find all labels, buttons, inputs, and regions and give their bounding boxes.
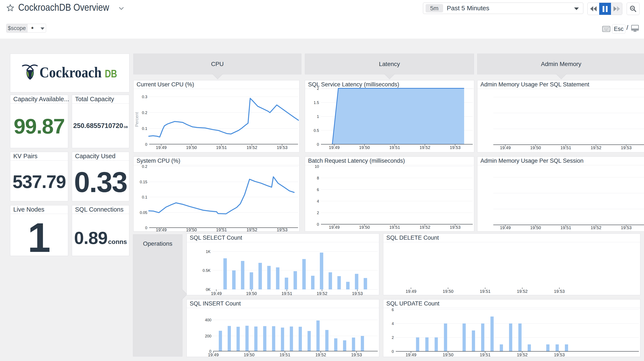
svg-text:0K: 0K — [206, 288, 210, 292]
svg-text:19:50: 19:50 — [244, 352, 254, 357]
svg-text:0.2: 0.2 — [142, 164, 147, 169]
svg-text:19:51: 19:51 — [280, 352, 290, 357]
svg-text:19:50: 19:50 — [359, 225, 370, 230]
svg-text:19:50: 19:50 — [359, 145, 370, 150]
svg-text:19:52: 19:52 — [590, 225, 601, 230]
svg-text:19:49: 19:49 — [500, 145, 511, 150]
svg-text:1.5: 1.5 — [314, 100, 319, 105]
svg-text:19:53: 19:53 — [621, 145, 632, 150]
svg-text:19:49: 19:49 — [406, 289, 416, 294]
svg-text:19:49: 19:49 — [329, 225, 340, 230]
svg-text:19:53: 19:53 — [554, 289, 565, 294]
svg-text:0.05: 0.05 — [140, 210, 147, 215]
svg-text:19:52: 19:52 — [517, 352, 528, 357]
svg-text:0.1: 0.1 — [142, 195, 147, 199]
svg-text:0: 0 — [145, 142, 147, 147]
svg-text:0.5: 0.5 — [314, 128, 319, 133]
svg-text:0.2: 0.2 — [142, 110, 147, 115]
svg-text:19:51: 19:51 — [560, 225, 571, 230]
svg-text:19:52: 19:52 — [246, 145, 257, 150]
svg-text:0.1: 0.1 — [142, 126, 147, 131]
svg-text:19:53: 19:53 — [621, 225, 632, 230]
svg-text:19:52: 19:52 — [420, 145, 430, 150]
svg-text:19:50: 19:50 — [530, 225, 541, 230]
svg-text:0: 0 — [317, 222, 319, 226]
svg-text:19:51: 19:51 — [282, 291, 292, 296]
svg-text:0.5K: 0.5K — [202, 268, 210, 273]
svg-text:19:53: 19:53 — [351, 352, 362, 357]
svg-text:19:50: 19:50 — [443, 289, 454, 294]
svg-text:4: 4 — [317, 199, 319, 204]
svg-text:19:53: 19:53 — [352, 291, 363, 296]
svg-text:2: 2 — [392, 336, 394, 340]
svg-text:19:49: 19:49 — [208, 352, 219, 357]
svg-text:0.15: 0.15 — [140, 180, 147, 184]
svg-text:19:49: 19:49 — [156, 228, 166, 232]
svg-text:19:52: 19:52 — [517, 289, 528, 294]
svg-text:19:52: 19:52 — [315, 352, 326, 357]
svg-text:19:51: 19:51 — [389, 225, 400, 230]
svg-text:4: 4 — [392, 322, 394, 326]
svg-text:19:53: 19:53 — [277, 228, 288, 232]
svg-text:19:50: 19:50 — [443, 352, 454, 357]
svg-text:19:53: 19:53 — [450, 145, 460, 150]
svg-text:19:51: 19:51 — [216, 228, 227, 232]
svg-text:Cockroach: Cockroach — [40, 64, 102, 80]
svg-text:10: 10 — [315, 164, 319, 169]
svg-text:DB: DB — [105, 68, 117, 80]
svg-text:19:52: 19:52 — [590, 145, 601, 150]
svg-text:19:51: 19:51 — [560, 145, 571, 150]
svg-text:0: 0 — [317, 142, 319, 147]
svg-text:2: 2 — [317, 86, 319, 91]
svg-text:19:49: 19:49 — [500, 225, 511, 230]
svg-text:1: 1 — [317, 114, 319, 119]
svg-text:19:52: 19:52 — [246, 228, 257, 232]
svg-text:19:49: 19:49 — [406, 352, 416, 357]
svg-text:19:49: 19:49 — [211, 291, 222, 296]
svg-text:19:49: 19:49 — [329, 145, 340, 150]
svg-text:6: 6 — [392, 308, 394, 312]
svg-text:200: 200 — [205, 334, 212, 338]
svg-text:0: 0 — [145, 226, 147, 230]
svg-text:19:53: 19:53 — [450, 225, 460, 230]
svg-text:2: 2 — [317, 211, 319, 215]
svg-text:19:52: 19:52 — [317, 291, 327, 296]
svg-text:19:49: 19:49 — [156, 145, 166, 150]
svg-text:1K: 1K — [206, 250, 210, 254]
svg-text:Percent: Percent — [134, 112, 139, 127]
svg-text:19:50: 19:50 — [246, 291, 257, 296]
svg-text:19:51: 19:51 — [480, 289, 490, 294]
svg-text:19:51: 19:51 — [480, 352, 490, 357]
svg-text:0.3: 0.3 — [142, 95, 147, 99]
svg-text:400: 400 — [205, 318, 212, 322]
svg-text:19:53: 19:53 — [277, 145, 288, 150]
svg-text:19:50: 19:50 — [186, 145, 197, 150]
svg-text:19:52: 19:52 — [420, 225, 430, 230]
svg-text:19:50: 19:50 — [186, 228, 197, 232]
svg-text:19:53: 19:53 — [554, 352, 565, 357]
svg-text:19:51: 19:51 — [389, 145, 400, 150]
svg-text:19:51: 19:51 — [216, 145, 227, 150]
svg-text:0: 0 — [392, 350, 394, 354]
svg-text:19:50: 19:50 — [530, 145, 541, 150]
svg-text:6: 6 — [317, 188, 319, 192]
svg-text:8: 8 — [317, 176, 319, 180]
